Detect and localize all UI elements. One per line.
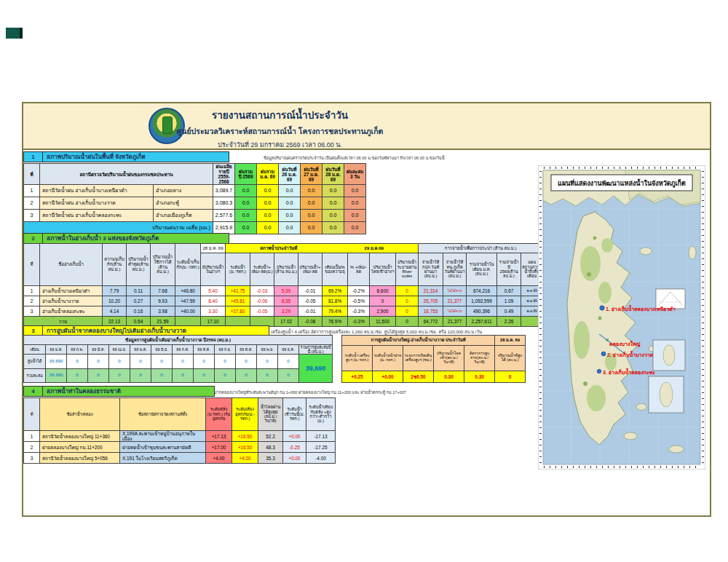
report-dateline: ประจำวันที่ 29 มกราคม 2569 เวลา 06.00 น. (23, 140, 537, 150)
canal-name: สถานีวัดน้ำคลองบางใหญ่ 11+360 (40, 431, 120, 442)
reservoir-value: 1.09 (497, 296, 521, 306)
map-title: แผนที่แสดงงานพัฒนาแหล่งน้ำในจังหวัดภูเก็… (558, 178, 686, 188)
section2-number: 2 (23, 233, 43, 244)
reservoir-value: 2,900 (370, 306, 396, 317)
col-pump-rate: อัตราการสูบจ่าย(ลบ.ม./ วินาที) (464, 346, 495, 371)
row-label: สูบน้ำได้ (24, 355, 46, 368)
col-inflow-rate: ปริมาณน้ำไหลเข้า(ลบ.ม./ วินาที) (434, 346, 464, 371)
reservoir-value: +40.00 (175, 306, 201, 317)
band-daily: สภาพน้ำประจำวันที่ 29 ม.ค.69 (226, 244, 419, 253)
rain-value: 0.0 (323, 197, 344, 210)
total-value: -0.08 (298, 317, 323, 327)
district-name: อำเภอถลาง (154, 185, 213, 197)
col-month-total: รวมจ่ายน้ำใน เดือน ม.ค. (ลบ.ม.) (467, 253, 497, 286)
cumulative-value: 0 (88, 368, 109, 382)
station-name: ฝายทดน้ำเข้าชุมชนสะพานสามัคคี (120, 442, 206, 453)
col-station: สถานีตรวจวัดปริมาณน้ำฝนของกรมชลประทาน (40, 164, 213, 185)
total-value: 76.9% (323, 317, 348, 327)
rainfall-row: 3สถานีวัดน้ำฝน อ่างเก็บน้ำคลองกะทะอำเภอเ… (24, 210, 366, 222)
reservoir-marker-3 (597, 369, 601, 373)
cumulative-value: 0 (278, 368, 299, 382)
section4-title: สภาพน้ำท่าในคลองธรรมชาติ (43, 386, 215, 397)
col-month: เดือน (24, 345, 46, 355)
total-value: 17.02 (274, 317, 298, 327)
total-value: 0.0 (301, 222, 323, 234)
canal-value: +17.00 (206, 442, 232, 453)
station-name: X.199A สะพานเข้าหมู่บ้านอนุภาษในเมือง (120, 431, 206, 442)
month-header: 69 ธ.ค. (278, 345, 299, 355)
col-canal-name: ชื่อลำน้ำ/คลอง (40, 398, 120, 431)
cumulative-value: 0 (236, 368, 257, 382)
cumulative-value: 0 (130, 368, 151, 382)
col-day28: ฝนวันที่ 28 ม.ค. 69 (323, 164, 344, 185)
section4-header: 4 สภาพน้ำท่าในคลองธรรมชาติ (23, 386, 215, 397)
reservoir-value: 0 (396, 296, 419, 306)
cumulative-value: 0 (194, 368, 215, 382)
district-name: อำเภอกะทู้ (154, 197, 213, 210)
daily-value: 0 (495, 371, 526, 383)
col-inflow: ปริมาณน้ำไหลเข้าอ่างฯ (370, 253, 396, 286)
reservoir-value: 8.40 (201, 296, 226, 306)
pumped-value: 39,690 (46, 355, 67, 368)
rain-value: 0.0 (301, 185, 323, 197)
station-name: สถานีวัดน้ำฝน อ่างเก็บน้ำคลองกะทะ (40, 210, 154, 222)
pumped-value: 0 (173, 355, 194, 368)
daily-value: 0.30 (434, 371, 464, 383)
month-header: 69 ก.พ. (67, 345, 88, 355)
month-header: 69 มี.ค. (88, 345, 109, 355)
col-pwa: จ่ายน้ำให้ กปภ.วันที่ผ่านมา (ลบ.ม.) (419, 253, 443, 286)
section2-header: 2 สภาพน้ำในอ่างเก็บน้ำ 3 แห่งของจังหวัดภ… (23, 233, 229, 244)
reservoir-value: 4.14 (103, 306, 127, 317)
reservoir-value: 0.67 (497, 286, 521, 296)
canal-value: +4.00 (232, 453, 258, 464)
total-value: 2.26 (497, 317, 521, 327)
pumped-value: 0 (236, 355, 257, 368)
col-level: ระดับน้ำ (ม.-รทก.) (226, 253, 250, 286)
col-usable: ปริมาณน้ำใช้การได้ (ล้าน ลบ.ม.) (151, 244, 175, 286)
total-value: 0.0 (323, 222, 344, 234)
row-number: 3 (24, 453, 40, 464)
canal-value: -17.25 (306, 442, 336, 453)
reservoir-value: 0.27 (127, 296, 151, 306)
canal-value: 48.3 (258, 442, 283, 453)
rain-value: 3,080.3 (213, 197, 235, 210)
reservoir-value: -0.2% (348, 286, 370, 296)
col-pump-hours: ระยะการเปิดเดินเครื่องสูบฯ (ชม.) (403, 346, 434, 371)
report-page: รายงานสถานการณ์น้ำประจำวัน ศูนย์ประมวลวิ… (0, 0, 728, 562)
pumped-value: 0 (109, 355, 130, 368)
reservoir-value: 21,314 (419, 286, 443, 296)
row-number: 1 (24, 185, 40, 197)
rain-value: 0.0 (279, 185, 301, 197)
report-title: รายงานสถานการณ์น้ำประจำวัน (23, 107, 537, 123)
reservoir-row: 2อ่างเก็บน้ำบางวาด10.200.279.93+47.598.4… (24, 296, 543, 306)
total-value: 0.0 (235, 222, 257, 234)
month-header: 69 มิ.ย. (151, 345, 173, 355)
reservoir-value: +45.81 (226, 296, 250, 306)
pumped-value: 0 (67, 355, 88, 368)
row-number: 2 (24, 197, 40, 210)
canal-value: +16.50 (232, 442, 258, 453)
rain-value: 0.0 (279, 210, 301, 222)
col-day26: ฝนวันที่ 26 ม.ค. 69 (279, 164, 301, 185)
canal-row: 3สถานีวัดน้ำคลองบางใหญ่ 5+056X.191 ในโรง… (24, 453, 336, 464)
reservoir-value: -0.3% (348, 306, 370, 317)
rain-value: 0.0 (301, 210, 323, 222)
col-pct: เทียบเป็น% ของความจุ (323, 253, 348, 286)
rain-value: 0.0 (257, 210, 279, 222)
month-header: 69 ม.ค. (46, 345, 67, 355)
reservoir-marker-1 (600, 306, 604, 310)
month-header: 69 ก.ย. (215, 345, 236, 355)
reservoir-value: -0.05 (298, 296, 323, 306)
reservoir-value: 0 (396, 306, 419, 317)
sheet-corner-tab (6, 28, 23, 39)
col-pump-level: ระดับน้ำ เครื่องสูบฯ (ม.-รทก.) (342, 346, 373, 371)
pumping-monthly-title: ข้อมูลการสูบผันน้ำเติมอ่างเก็บน้ำบางวาด … (24, 336, 333, 345)
reservoir-row: 3อ่างเก็บน้ำคลองกะทะ4.140.163.98+40.003.… (24, 306, 543, 317)
pumping-daily-date: 28 ม.ค. 69 (495, 336, 526, 346)
rain-value: 0.0 (344, 185, 366, 197)
reservoir-value: 21,377 (443, 296, 467, 306)
canal-name: ฝายคลองบางใหญ่ กม.11+200 (40, 442, 120, 453)
reservoir-value: 3.29 (274, 306, 298, 317)
natural-canal-table: ที่ ชื่อลำน้ำ/คลอง ชื่อสถานีตรวจวัด/สถาน… (23, 397, 336, 464)
reservoir-name: อ่างเก็บน้ำบางเหนียวดำ (40, 286, 103, 296)
